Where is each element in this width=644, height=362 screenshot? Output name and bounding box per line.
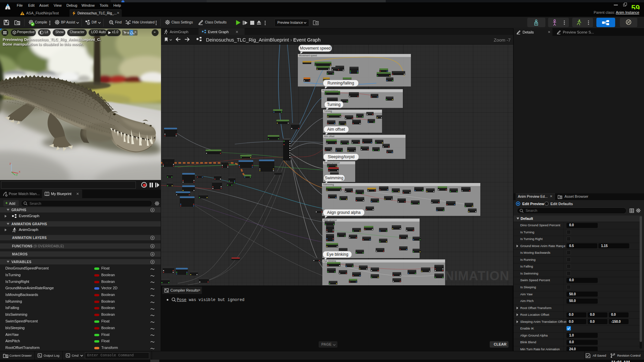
svg-text:Swimming: Swimming [323,183,334,186]
svg-text:z: z [9,162,11,165]
svg-text:Aim offset: Aim offset [324,135,334,137]
svg-text:Eye blinking: Eye blinking [323,260,336,262]
svg-text:Aim offset: Aim offset [327,127,345,132]
svg-text:Eye blinking: Eye blinking [327,252,348,257]
svg-text:Sleeping/torpid: Sleeping/torpid [328,155,355,159]
svg-text:y: y [16,173,18,176]
svg-text:Align ground: Align ground [323,219,336,222]
svg-text:Turning: Turning [324,110,332,113]
svg-text:Turning: Turning [327,102,340,107]
svg-text:ANIMATION: ANIMATION [435,269,509,283]
svg-text:x: x [19,170,20,173]
svg-text:Movement speed: Movement speed [300,46,331,51]
svg-text:Movement speed: Movement speed [299,54,317,57]
svg-text:Running/falling: Running/falling [327,81,354,85]
svg-text:Sleeping/torpid: Sleeping/torpid [324,162,340,164]
svg-text:Swimming: Swimming [325,176,343,180]
svg-text:Aiign ground alpha: Aiign ground alpha [327,210,361,215]
